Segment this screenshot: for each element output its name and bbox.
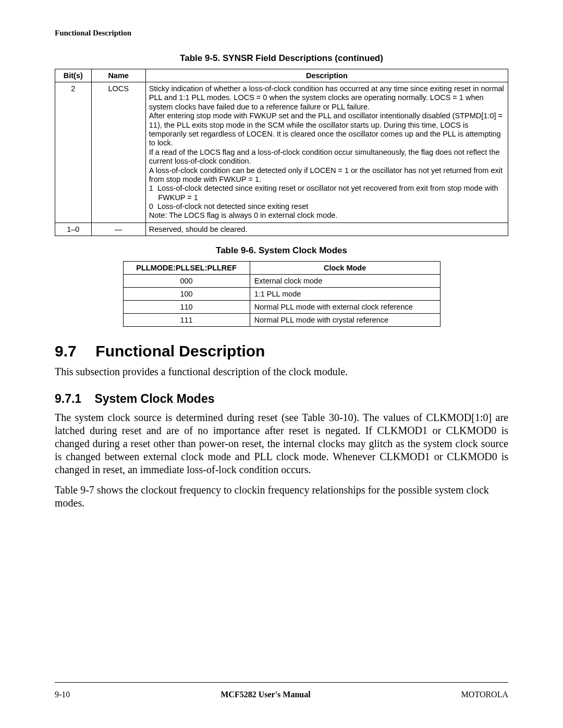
cell-name: LOCS [91,82,145,223]
cell-code: 000 [123,274,250,287]
footer-manual-title: MCF5282 User's Manual [221,690,310,699]
table-row: 1–0 — Reserved, should be cleared. [55,223,508,236]
desc-li-1: 1 Loss-of-clock detected since exiting r… [149,184,505,202]
cell-name: — [91,223,145,236]
cell-code: 110 [123,300,250,313]
cell-desc: Sticky indication of whether a loss-of-c… [145,82,508,223]
table9-5-caption: Table 9-5. SYNSR Field Descriptions (con… [55,53,508,64]
table9-6: PLLMODE:PLLSEL:PLLREF Clock Mode 000 Ext… [123,261,440,327]
running-head: Functional Description [55,29,508,38]
subsection-number: 9.7.1 [55,392,91,406]
table-row: 111 Normal PLL mode with crystal referen… [123,313,440,326]
desc-para: After entering stop mode with FWKUP set … [149,112,505,148]
th-name: Name [91,69,145,82]
subsection-heading: 9.7.1 System Clock Modes [55,392,508,406]
footer-company: MOTOROLA [461,690,508,699]
section-title: Functional Description [95,342,265,360]
table9-5: Bit(s) Name Description 2 LOCS Sticky in… [55,69,508,236]
cell-bits: 2 [55,82,92,223]
th-clockmode: Clock Mode [250,261,440,274]
th-bits: Bit(s) [55,69,92,82]
cell-desc: Reserved, should be cleared. [145,223,508,236]
cell-code: 111 [123,313,250,326]
subsection-title: System Clock Modes [94,392,214,405]
cell-mode: Normal PLL mode with external clock refe… [250,300,440,313]
cell-bits: 1–0 [55,223,92,236]
cell-mode: 1:1 PLL mode [250,287,440,300]
table-row: 000 External clock mode [123,274,440,287]
section-number: 9.7 [55,342,91,360]
body-paragraph: Table 9-7 shows the clockout frequency t… [55,484,508,510]
th-pllmode: PLLMODE:PLLSEL:PLLREF [123,261,250,274]
cell-mode: External clock mode [250,274,440,287]
desc-note: Note: The LOCS flag is always 0 in exter… [149,211,505,220]
table-row: 110 Normal PLL mode with external clock … [123,300,440,313]
section-intro: This subsection provides a functional de… [55,365,508,378]
table-row: 2 LOCS Sticky indication of whether a lo… [55,82,508,223]
desc-para: Sticky indication of whether a loss-of-c… [149,84,505,112]
desc-li-0: 0 Loss-of-clock not detected since exiti… [149,202,505,211]
page-footer: 9-10 MCF5282 User's Manual MOTOROLA [55,682,508,699]
desc-para: If a read of the LOCS flag and a loss-of… [149,148,505,166]
th-desc: Description [145,69,508,82]
table9-6-caption: Table 9-6. System Clock Modes [55,245,508,256]
table-row: 100 1:1 PLL mode [123,287,440,300]
cell-mode: Normal PLL mode with crystal reference [250,313,440,326]
cell-code: 100 [123,287,250,300]
desc-para: A loss-of-clock condition can be detecte… [149,166,505,184]
section-heading: 9.7 Functional Description [55,342,508,360]
footer-page-number: 9-10 [55,690,70,699]
body-paragraph: The system clock source is determined du… [55,411,508,476]
